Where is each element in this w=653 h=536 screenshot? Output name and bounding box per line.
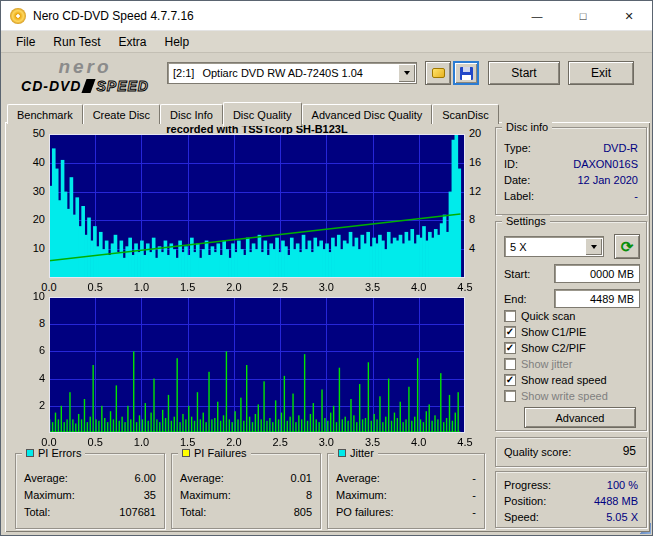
pi-errors-color-chip [26, 449, 34, 457]
title-bar: Nero CD-DVD Speed 4.7.7.16 — □ ✕ [1, 1, 652, 31]
pi-failures-chart [49, 297, 465, 433]
disc-info-value: DAXON016S [573, 158, 638, 170]
checkbox-show-c2-pif[interactable]: ✓Show C2/PIF [504, 340, 642, 356]
window-title: Nero CD-DVD Speed 4.7.7.16 [33, 9, 194, 23]
scan-speed-arrow[interactable] [585, 238, 602, 255]
y-axis-tick-right: 20 [469, 128, 493, 139]
checkbox-label: Quick scan [521, 310, 575, 322]
disc-info-value: - [634, 190, 638, 202]
x-axis-tick: 2.5 [268, 282, 292, 293]
jitter-color-chip [338, 449, 346, 457]
tab-advanced-disc-quality[interactable]: Advanced Disc Quality [302, 104, 433, 124]
disc-info-label: Type: [504, 142, 531, 154]
y-axis-tick-left: 10 [15, 243, 45, 254]
progress-row: Position: 4488 MB [504, 495, 638, 507]
stat-value: 107681 [119, 506, 156, 518]
y-axis-tick-right: 12 [469, 186, 493, 197]
logo-speed-text: SPEED [96, 78, 148, 94]
stat-row: Maximum: - [336, 489, 476, 501]
x-axis-tick: 3.5 [361, 282, 385, 293]
disc-info-title: Disc info [502, 121, 552, 133]
tab-scandisc[interactable]: ScanDisc [432, 104, 498, 124]
stat-value: 0.01 [291, 472, 312, 484]
disc-info-value: 12 Jan 2020 [577, 174, 638, 186]
menu-help[interactable]: Help [156, 32, 199, 52]
progress-value: 100 % [607, 479, 638, 491]
scan-speed-select[interactable]: 5 X [504, 236, 604, 257]
advanced-button[interactable]: Advanced [524, 407, 636, 428]
pi-failures-color-chip [182, 449, 190, 457]
disc-info-row: Label: - [504, 190, 638, 202]
checkbox-box-icon[interactable] [504, 310, 516, 322]
start-field-label: Start: [504, 268, 530, 280]
quality-score-value: 95 [623, 444, 636, 458]
stat-row: Maximum: 8 [180, 489, 312, 501]
x-axis-tick: 0.5 [83, 282, 107, 293]
y-axis-tick-left: 20 [15, 214, 45, 225]
tab-disc-quality[interactable]: Disc Quality [223, 102, 302, 126]
progress-label: Progress: [504, 479, 551, 491]
x-axis-tick: 4.0 [407, 437, 431, 448]
y-axis-tick-right: 8 [469, 214, 493, 225]
jitter-box-title: Jitter [334, 447, 378, 459]
stat-value: 805 [294, 506, 312, 518]
x-axis-tick: 1.5 [176, 437, 200, 448]
start-input[interactable]: 0000 MB [554, 264, 640, 283]
disc-quality-panel: recorded with TSSTcorp SH-B123L PI Error… [5, 122, 650, 532]
settings-checkboxes: Quick scan✓Show C1/PIE✓Show C2/PIFShow j… [504, 308, 642, 404]
drive-select[interactable]: [2:1] Optiarc DVD RW AD-7240S 1.04 [167, 62, 417, 84]
pi-failures-box: PI Failures Average: 0.01 Maximum: 8 Tot… [171, 453, 321, 529]
stat-label: Maximum: [24, 489, 75, 501]
disc-info-label: ID: [504, 158, 518, 170]
pi-failures-box-label: PI Failures [194, 447, 247, 459]
checkbox-show-c1-pie[interactable]: ✓Show C1/PIE [504, 324, 642, 340]
stat-label: Average: [180, 472, 224, 484]
checkbox-box-icon [504, 358, 516, 370]
drive-select-arrow[interactable] [398, 64, 415, 82]
stat-value: 8 [306, 489, 312, 501]
tab-benchmark[interactable]: Benchmark [7, 104, 83, 124]
drive-number: [2:1] [173, 67, 194, 79]
checkbox-label: Show C1/PIE [521, 326, 586, 338]
checkbox-quick-scan[interactable]: Quick scan [504, 308, 642, 324]
stat-row: Total: 107681 [24, 506, 156, 518]
checkbox-box-icon [504, 390, 516, 402]
tab-disc-info[interactable]: Disc Info [160, 104, 223, 124]
end-input[interactable]: 4489 MB [554, 289, 640, 308]
checkbox-label: Show C2/PIF [521, 342, 586, 354]
checkbox-box-icon[interactable]: ✓ [504, 342, 516, 354]
logo-nero-text: nero [9, 56, 161, 77]
stat-value: - [472, 489, 476, 501]
close-button[interactable]: ✕ [606, 1, 652, 31]
scan-speed-value: 5 X [510, 241, 527, 253]
pi-failures-canvas [49, 297, 465, 433]
logo-cddvd-text: CD-DVD [21, 78, 81, 94]
tab-create-disc[interactable]: Create Disc [83, 104, 160, 124]
menu-bar: File Run Test Extra Help [1, 31, 652, 53]
stat-row: Maximum: 35 [24, 489, 156, 501]
reload-disc-button[interactable]: ⟳ [614, 234, 640, 259]
jitter-box: Jitter Average: - Maximum: - PO failures… [327, 453, 485, 529]
y-axis-tick-left: 50 [15, 128, 45, 139]
y-axis-tick-left: 8 [15, 318, 45, 329]
disc-info-label: Date: [504, 174, 530, 186]
stat-row: Average: 0.01 [180, 472, 312, 484]
start-button[interactable]: Start [488, 61, 560, 85]
checkbox-box-icon[interactable]: ✓ [504, 326, 516, 338]
save-button[interactable] [453, 61, 479, 85]
maximize-button[interactable]: □ [560, 1, 606, 31]
exit-button[interactable]: Exit [568, 61, 634, 85]
x-axis-tick: 0.0 [37, 437, 61, 448]
stat-label: Average: [336, 472, 380, 484]
options-button[interactable] [425, 61, 451, 85]
minimize-button[interactable]: — [514, 1, 560, 31]
checkbox-show-read-speed[interactable]: ✓Show read speed [504, 372, 642, 388]
menu-extra[interactable]: Extra [109, 32, 155, 52]
stat-label: Maximum: [180, 489, 231, 501]
checkbox-box-icon[interactable]: ✓ [504, 374, 516, 386]
stat-label: Maximum: [336, 489, 387, 501]
chevron-down-icon [404, 71, 410, 75]
menu-file[interactable]: File [7, 32, 44, 52]
x-axis-tick: 4.0 [407, 282, 431, 293]
menu-run-test[interactable]: Run Test [44, 32, 109, 52]
